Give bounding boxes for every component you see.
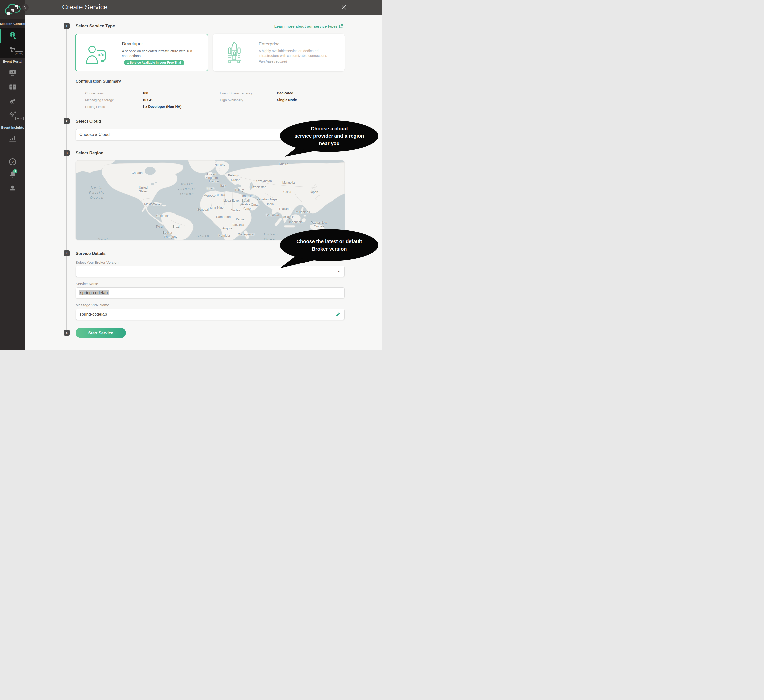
service-name-label: Service Name — [76, 282, 98, 286]
bubble-line: Broker version — [285, 245, 374, 253]
step-2-title: Select Cloud — [76, 119, 101, 124]
sidebar-item-insights[interactable] — [0, 132, 25, 146]
catalog-icon — [9, 84, 16, 90]
sidebar-item-designer[interactable] — [0, 66, 25, 80]
step-3-badge: 3 — [64, 150, 70, 156]
svg-text:</>: </> — [98, 53, 104, 58]
summary-value: 1 x Developer (Non-HA) — [142, 105, 181, 109]
summary-label: Messaging Storage — [85, 98, 114, 102]
bar-chart-icon — [9, 135, 16, 142]
vpn-name-value: spring-codelab — [79, 312, 107, 317]
telescope-icon — [9, 97, 16, 105]
service-name-value: spring-codelab — [79, 290, 109, 295]
summary-label: High Availability — [220, 98, 243, 102]
user-profile-button[interactable] — [0, 182, 25, 195]
developer-icon: </> — [86, 43, 111, 64]
chevron-right-icon — [24, 6, 27, 9]
card-title: Enterprise — [258, 41, 280, 47]
summary-value: 100 — [142, 91, 148, 95]
step-4-badge: 4 — [64, 250, 70, 256]
selected-indicator — [0, 28, 2, 42]
region-map[interactable]: CanadaUnited StatesMexicoCubaColombiaPer… — [76, 160, 345, 240]
external-link-icon — [339, 24, 343, 28]
summary-label: Connections — [85, 92, 104, 95]
notification-count-badge: 3 — [13, 169, 17, 173]
app-logo[interactable] — [0, 0, 25, 19]
purchase-note: Purchase required — [258, 59, 287, 63]
modal-header: Create Service — [25, 0, 382, 15]
card-description: A service on dedicated infrastructure wi… — [122, 49, 202, 58]
sidebar-item-discovery[interactable] — [0, 94, 25, 108]
edit-pencil-icon[interactable] — [335, 312, 340, 317]
service-type-card-enterprise[interactable]: Enterprise A highly available service on… — [213, 34, 345, 71]
section-label: Event Portal — [0, 60, 25, 63]
section-label: Mission Control — [0, 19, 25, 28]
designer-icon — [9, 70, 16, 77]
gears-icon — [9, 110, 17, 117]
cloud-select-value: Choose a Cloud — [79, 132, 110, 137]
help-button[interactable]: ? — [0, 155, 25, 168]
summary-value: 10 GB — [142, 98, 152, 102]
card-title: Developer — [122, 41, 143, 47]
sidebar-collapse-button[interactable] — [22, 4, 28, 11]
config-summary-title: Configuration Summary — [76, 79, 121, 83]
solace-cloud-logo-icon — [5, 3, 20, 17]
vpn-name-label: Message VPN Name — [76, 303, 109, 307]
card-description: A highly available service on dedicated … — [258, 49, 338, 58]
caret-down-icon: ▼ — [338, 270, 340, 273]
broker-version-dropdown[interactable]: ▼ — [76, 266, 345, 277]
free-trial-badge: 1 Service Available in your Free Trial — [124, 60, 184, 66]
summary-label: Pricing Limits — [85, 105, 105, 109]
help-icon: ? — [9, 158, 17, 166]
broker-version-label: Select Your Broker Version — [76, 261, 119, 264]
step-4-title: Service Details — [76, 251, 106, 256]
summary-label: Event Broker Tenancy — [220, 92, 253, 95]
summary-value: Dedicated — [277, 91, 293, 95]
beta-badge: BETA — [15, 117, 24, 120]
section-label: Event Insights — [0, 125, 25, 129]
step-1-badge: 1 — [64, 23, 70, 29]
service-name-input[interactable]: spring-codelab — [76, 288, 345, 298]
close-icon — [341, 5, 347, 11]
header-divider — [331, 4, 331, 11]
sidebar: Mission Control BETA Event — [0, 0, 25, 350]
step-connector — [66, 29, 67, 331]
close-button[interactable] — [340, 4, 348, 11]
world-map-graphic — [76, 160, 345, 240]
cloud-select-dropdown[interactable]: Choose a Cloud — [76, 129, 345, 141]
sidebar-item-event-management[interactable]: BETA — [0, 107, 25, 121]
notifications-button[interactable]: 3 — [0, 169, 25, 181]
rocket-icon — [227, 41, 242, 64]
step-1-title: Select Service Type — [76, 23, 115, 28]
sidebar-item-cluster-manager[interactable] — [0, 28, 25, 42]
globe-icon — [9, 31, 16, 39]
vpn-name-input[interactable]: spring-codelab — [76, 309, 345, 320]
summary-value: Single Node — [277, 98, 297, 102]
beta-badge: BETA — [15, 52, 23, 55]
user-icon — [9, 184, 17, 192]
sidebar-section-mission-control: Mission Control — [0, 19, 25, 28]
sidebar-item-catalog[interactable] — [0, 80, 25, 94]
page-title: Create Service — [62, 3, 108, 11]
service-type-card-developer[interactable]: </> Developer A service on dedicated inf… — [75, 34, 208, 71]
bubble-line: near you — [285, 140, 374, 147]
step-5-badge: 5 — [64, 330, 70, 336]
step-3-title: Select Region — [76, 151, 103, 156]
learn-more-link[interactable]: Learn more about our service types — [274, 24, 343, 28]
sidebar-item-mesh-manager[interactable]: BETA — [0, 43, 25, 57]
step-2-badge: 2 — [64, 118, 70, 124]
create-service-page: Mission Control BETA Event — [0, 0, 382, 350]
svg-text:?: ? — [11, 160, 14, 164]
start-service-button[interactable]: Start Service — [76, 328, 126, 338]
